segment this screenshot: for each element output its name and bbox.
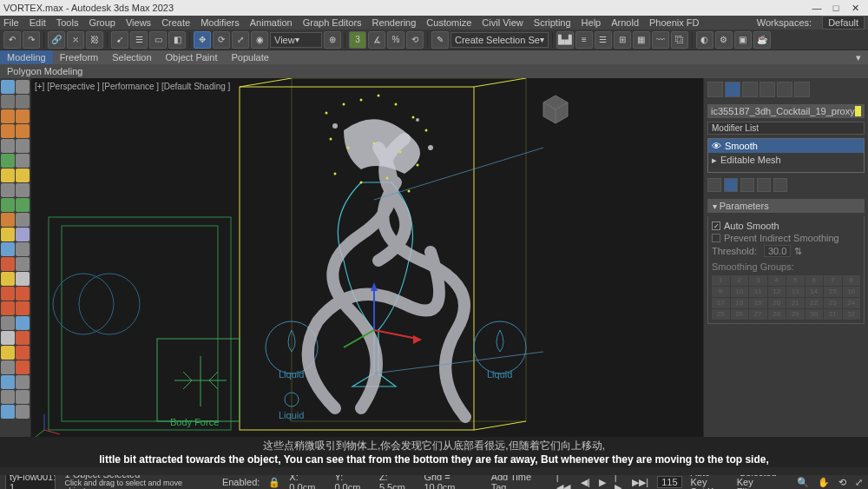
modifier-list-label[interactable]: Modifier List <box>707 122 865 135</box>
tab-modify[interactable] <box>725 82 740 97</box>
auto-smooth-checkbox[interactable] <box>712 221 720 230</box>
sg-button[interactable]: 12 <box>768 287 786 297</box>
play-prev-button[interactable]: ◀| <box>581 477 590 488</box>
sg-button[interactable]: 7 <box>824 275 842 286</box>
ribbon-minimize[interactable]: ▾ <box>849 50 868 65</box>
material-editor-button[interactable]: ◐ <box>696 31 713 49</box>
tool-icon[interactable] <box>16 213 30 227</box>
menu-modifiers[interactable]: Modifiers <box>201 17 240 28</box>
pivot-button[interactable]: ⊕ <box>324 31 341 49</box>
tool-icon[interactable] <box>16 139 30 153</box>
nav-max-button[interactable]: ⤢ <box>855 477 863 488</box>
select-name-button[interactable]: ☰ <box>130 31 148 49</box>
menu-group[interactable]: Group <box>89 17 115 28</box>
menu-file[interactable]: File <box>3 17 19 28</box>
tool-icon[interactable] <box>1 301 15 315</box>
pin-stack-button[interactable] <box>707 178 721 192</box>
ribbon-tab-modeling[interactable]: Modeling <box>0 50 53 64</box>
tab-hierarchy[interactable] <box>742 82 758 97</box>
menu-civil-view[interactable]: Civil View <box>482 17 523 28</box>
rotate-button[interactable]: ⟳ <box>213 31 230 49</box>
tool-icon[interactable] <box>1 139 15 153</box>
spinner-snap-button[interactable]: ⟲ <box>406 31 424 49</box>
curve-editor-button[interactable]: 〰 <box>652 31 669 49</box>
viewport[interactable]: [+] [Perspective ] [Performance ] [Defau… <box>31 78 703 437</box>
tool-icon[interactable] <box>1 375 15 389</box>
sg-button[interactable]: 17 <box>712 298 730 308</box>
sg-button[interactable]: 26 <box>731 309 749 320</box>
polygon-modeling-label[interactable]: Polygon Modeling <box>7 66 82 76</box>
sg-button[interactable]: 11 <box>749 287 767 297</box>
ribbon-tab-objectpaint[interactable]: Object Paint <box>159 50 225 64</box>
tool-icon[interactable] <box>16 183 30 197</box>
object-name-field[interactable]: ic355187_3dh_Cocktail_19_proxy <box>707 104 865 118</box>
tool-icon[interactable] <box>16 360 30 374</box>
tool-icon[interactable] <box>1 109 15 123</box>
link-button[interactable]: 🔗 <box>48 31 65 49</box>
tool-icon[interactable] <box>1 213 15 227</box>
schematic-button[interactable]: ⿻ <box>671 31 688 49</box>
menu-help[interactable]: Help <box>582 17 602 28</box>
menu-scripting[interactable]: Scripting <box>534 17 571 28</box>
tool-icon[interactable] <box>1 183 15 197</box>
render-frame-button[interactable]: ▣ <box>734 31 752 49</box>
sg-button[interactable]: 27 <box>749 309 767 320</box>
make-unique-button[interactable] <box>740 178 754 192</box>
render-setup-button[interactable]: ⚙ <box>715 31 733 49</box>
menu-graph-editors[interactable]: Graph Editors <box>303 17 362 28</box>
show-end-result-button[interactable] <box>724 178 738 192</box>
sg-button[interactable]: 2 <box>731 275 749 286</box>
sg-button[interactable]: 20 <box>768 298 786 308</box>
sg-button[interactable]: 6 <box>806 275 824 286</box>
tool-icon[interactable] <box>16 272 30 286</box>
minimize-button[interactable]: — <box>807 3 826 13</box>
tool-icon[interactable] <box>1 405 15 419</box>
tool-icon[interactable] <box>1 287 15 301</box>
parameters-rollout-header[interactable]: ▾ Parameters <box>707 199 865 213</box>
object-color-swatch[interactable] <box>855 106 861 116</box>
tool-icon[interactable] <box>1 257 15 271</box>
sg-button[interactable]: 3 <box>749 275 767 286</box>
layer-button[interactable]: ☰ <box>595 31 612 49</box>
move-button[interactable]: ✥ <box>194 31 211 49</box>
menu-customize[interactable]: Customize <box>426 17 471 28</box>
render-button[interactable]: ☕ <box>753 31 771 49</box>
sg-button[interactable]: 29 <box>786 309 805 320</box>
select-button[interactable]: ➹ <box>111 31 128 49</box>
prevent-indirect-checkbox[interactable] <box>712 234 720 242</box>
menu-animation[interactable]: Animation <box>250 17 293 28</box>
tool-icon[interactable] <box>16 124 30 138</box>
sg-button[interactable]: 5 <box>786 275 805 286</box>
tool-icon[interactable] <box>16 390 30 404</box>
tool-icon[interactable] <box>1 331 15 345</box>
redo-button[interactable]: ↷ <box>23 31 40 49</box>
tab-utilities[interactable] <box>794 82 810 97</box>
menu-arnold[interactable]: Arnold <box>611 17 639 28</box>
tool-icon[interactable] <box>1 390 15 404</box>
ribbon-toggle-button[interactable]: ▦ <box>633 31 650 49</box>
close-button[interactable]: ✕ <box>845 3 865 14</box>
play-button[interactable]: ▶ <box>599 477 606 488</box>
menu-create[interactable]: Create <box>161 17 190 28</box>
tool-icon[interactable] <box>16 287 30 301</box>
sg-button[interactable]: 15 <box>824 287 842 297</box>
sg-button[interactable]: 14 <box>806 287 824 297</box>
tool-icon[interactable] <box>16 316 30 330</box>
tool-icon[interactable] <box>16 375 30 389</box>
menu-rendering[interactable]: Rendering <box>372 17 417 28</box>
sg-button[interactable]: 9 <box>712 287 730 297</box>
sg-button[interactable]: 24 <box>843 298 861 308</box>
tool-icon[interactable] <box>16 301 30 315</box>
ribbon-tab-selection[interactable]: Selection <box>105 50 158 64</box>
tool-icon[interactable] <box>1 124 15 138</box>
nav-zoom-button[interactable]: 🔍 <box>797 477 809 488</box>
percent-snap-button[interactable]: % <box>387 31 404 49</box>
play-end-button[interactable]: ▶▶| <box>632 477 648 488</box>
sg-button[interactable]: 22 <box>806 298 824 308</box>
tool-icon[interactable] <box>16 405 30 419</box>
bind-button[interactable]: ⛓ <box>86 31 103 49</box>
tool-icon[interactable] <box>1 360 15 374</box>
tool-icon[interactable] <box>16 228 30 241</box>
angle-snap-button[interactable]: ∡ <box>368 31 385 49</box>
refcoord-dropdown[interactable]: View ▾ <box>270 32 322 48</box>
